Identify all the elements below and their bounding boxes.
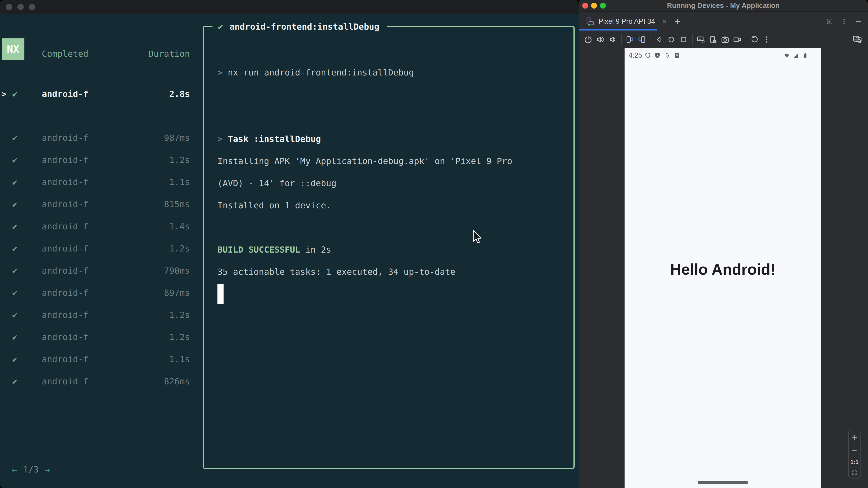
shield-icon bbox=[645, 52, 651, 59]
wifi-icon bbox=[783, 52, 790, 59]
close-button[interactable] bbox=[582, 3, 588, 8]
terminal-close-button[interactable] bbox=[6, 4, 12, 10]
task-list-header: Completed Duration bbox=[0, 43, 194, 65]
fit-screen-button[interactable] bbox=[851, 469, 858, 476]
screenshot-icon[interactable] bbox=[721, 35, 730, 44]
toolbar-separator bbox=[651, 34, 651, 45]
more-icon[interactable] bbox=[840, 18, 848, 25]
task-row[interactable]: ✔android-f1.2s bbox=[0, 237, 194, 260]
check-icon: ✔ bbox=[12, 266, 18, 275]
minimize-button[interactable] bbox=[591, 3, 597, 8]
task-name: android-f bbox=[42, 266, 88, 275]
svg-text:A: A bbox=[676, 53, 678, 57]
task-name: android-f bbox=[42, 177, 88, 187]
task-duration: 897ms bbox=[164, 288, 190, 298]
rotate-right-icon[interactable] bbox=[638, 35, 647, 44]
task-duration: 1.2s bbox=[169, 155, 190, 165]
hide-icon[interactable] bbox=[855, 18, 862, 25]
window-title: Running Devices - My Application bbox=[667, 2, 780, 10]
check-icon: ✔ bbox=[218, 22, 223, 32]
back-icon[interactable] bbox=[655, 35, 664, 44]
task-row[interactable]: ✔android-f1.4s bbox=[0, 215, 194, 237]
check-icon: ✔ bbox=[12, 221, 18, 231]
check-icon: ✔ bbox=[12, 133, 18, 143]
check-icon: ✔ bbox=[12, 377, 18, 386]
device-settings-icon[interactable] bbox=[708, 35, 717, 44]
task-row[interactable]: ✔android-f897ms bbox=[0, 282, 194, 304]
task-row[interactable]: ✔android-f790ms bbox=[0, 260, 194, 282]
output-panel: ✔ android-frontend:installDebug > nx run… bbox=[203, 26, 575, 469]
task-list: ✔android-f987ms✔android-f1.2s✔android-f1… bbox=[0, 127, 194, 392]
close-tab-icon[interactable]: × bbox=[662, 17, 666, 26]
check-icon: ✔ bbox=[12, 354, 18, 364]
studio-titlebar: Running Devices - My Application bbox=[579, 0, 868, 12]
prev-page-arrow[interactable]: ← bbox=[12, 464, 17, 475]
similar-screens-icon[interactable] bbox=[852, 35, 862, 44]
overview-icon[interactable] bbox=[679, 35, 688, 44]
check-icon: ✔ bbox=[12, 243, 18, 254]
terminal-window: NX Completed Duration > ✔ android-f 2.8s… bbox=[0, 0, 579, 488]
output-line: Installing APK 'My Application-debug.apk… bbox=[217, 150, 569, 172]
task-row[interactable]: ✔android-f826ms bbox=[0, 370, 194, 392]
task-row[interactable]: ✔android-f1.1s bbox=[0, 171, 194, 193]
task-name: android-f bbox=[42, 310, 88, 320]
task-row[interactable]: ✔android-f1.2s bbox=[0, 304, 194, 326]
zoom-out-button[interactable]: − bbox=[852, 446, 857, 455]
task-row[interactable]: ✔android-f815ms bbox=[0, 193, 194, 215]
tabbar-actions bbox=[826, 12, 862, 31]
check-icon: ✔ bbox=[12, 332, 18, 342]
output-line: 35 actionable tasks: 1 executed, 34 up-t… bbox=[217, 261, 569, 283]
traffic-lights bbox=[582, 0, 606, 11]
page-indicator: 1/3 bbox=[23, 464, 39, 475]
emulator-screen[interactable]: 4:25 A Hello Android! bbox=[625, 48, 821, 488]
task-row[interactable]: ✔android-f1.2s bbox=[0, 149, 194, 171]
volume-down-icon[interactable] bbox=[608, 35, 617, 44]
tab-label: Pixel 9 Pro API 34 bbox=[598, 18, 655, 26]
maximize-button[interactable] bbox=[600, 3, 606, 8]
task-duration: 1.4s bbox=[169, 221, 190, 231]
rotate-left-icon[interactable] bbox=[625, 35, 634, 44]
task-row[interactable]: ✔android-f1.1s bbox=[0, 348, 194, 370]
task-duration: 1.2s bbox=[169, 243, 190, 254]
task-name: android-f bbox=[42, 354, 88, 364]
zoom-in-button[interactable]: + bbox=[852, 433, 857, 442]
volume-up-icon[interactable] bbox=[596, 35, 605, 44]
battery-icon bbox=[802, 52, 809, 59]
signal-icon bbox=[793, 52, 799, 59]
task-duration: 1.2s bbox=[169, 332, 190, 342]
terminal-titlebar bbox=[0, 0, 579, 14]
navigation-pill[interactable] bbox=[698, 481, 748, 484]
virtual-device-icon bbox=[585, 17, 594, 26]
check-icon: ✔ bbox=[12, 199, 18, 209]
tab-pixel-9-pro[interactable]: Pixel 9 Pro API 34 × bbox=[579, 12, 666, 31]
display-icon[interactable] bbox=[696, 35, 705, 44]
task-name: android-f bbox=[42, 199, 88, 209]
task-duration: 987ms bbox=[164, 133, 190, 143]
terminal-minimize-button[interactable] bbox=[18, 4, 24, 10]
task-row[interactable]: ✔android-f987ms bbox=[0, 127, 194, 149]
output-line: BUILD SUCCESSFUL in 2s bbox=[217, 238, 569, 261]
reset-icon[interactable] bbox=[750, 35, 759, 44]
device-tab-bar: Pixel 9 Pro API 34 × + bbox=[579, 12, 868, 31]
toolbar-separator bbox=[621, 34, 622, 45]
task-row[interactable]: ✔android-f1.2s bbox=[0, 326, 194, 348]
new-tab-button[interactable]: + bbox=[675, 16, 681, 27]
next-page-arrow[interactable]: → bbox=[44, 464, 50, 475]
screen-record-icon[interactable] bbox=[733, 35, 742, 44]
task-row-selected[interactable]: > ✔ android-f 2.8s bbox=[0, 83, 194, 105]
home-icon[interactable] bbox=[667, 35, 676, 44]
task-duration: 826ms bbox=[164, 377, 190, 386]
float-window-icon[interactable] bbox=[826, 18, 833, 25]
power-icon[interactable] bbox=[584, 35, 593, 44]
terminal-zoom-button[interactable] bbox=[29, 4, 35, 10]
zoom-actual-size-button[interactable]: 1:1 bbox=[850, 459, 859, 465]
check-icon: ✔ bbox=[12, 288, 18, 298]
output-line: > nx run android-frontend:installDebug bbox=[217, 61, 569, 84]
terminal-cursor bbox=[217, 284, 223, 304]
pagination: ← 1/3 → bbox=[12, 458, 50, 481]
column-completed: Completed bbox=[42, 49, 88, 59]
more-icon[interactable] bbox=[762, 35, 771, 44]
task-name: android-f bbox=[42, 221, 88, 231]
hello-android-text: Hello Android! bbox=[625, 260, 821, 279]
task-name: android-f bbox=[42, 332, 88, 342]
